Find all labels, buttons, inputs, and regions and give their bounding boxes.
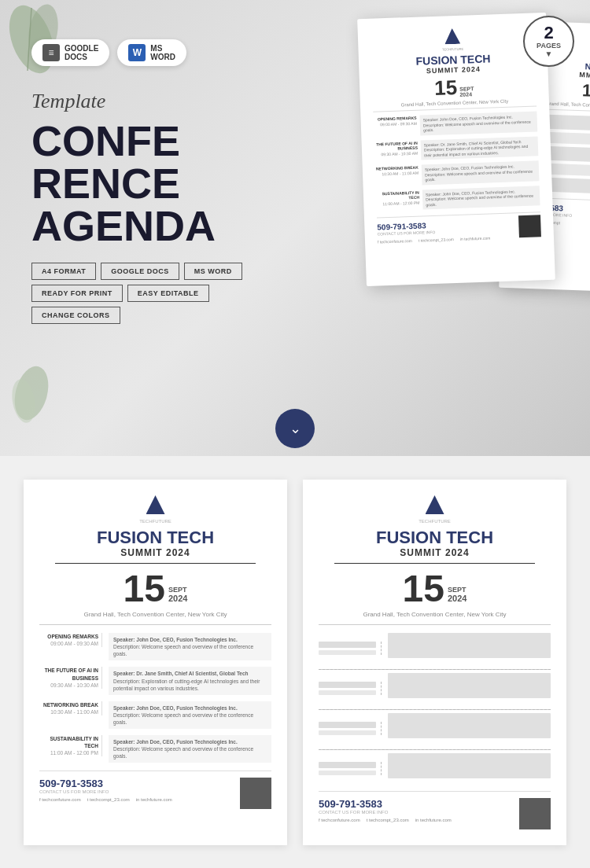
page1-social-tw: t techcompt_23.com [87,797,130,802]
page1-agenda-content-3: Speaker: John Doe, CEO, Fusion Technolog… [109,701,271,729]
page2-footer: 509-791-3583 CONTACT US FOR MORE INFO f … [319,791,551,829]
template-label: Template [31,90,252,113]
feature-colors: CHANGE COLORS [31,307,120,324]
page2-title-main: FUSION TECH [319,528,551,547]
page1-agenda-item-3: NETWORKING BREAK 10:30 AM - 11:00 AM Spe… [39,701,271,729]
page2-grey-row-3 [319,713,551,743]
page2-date-num: 15 [403,570,444,608]
word-badge-text: MS WORD [150,44,175,61]
docs-icon: ≡ [42,44,60,61]
doc1-social-1: f techconfuture.com [378,238,412,245]
page1-title-divider [55,563,256,564]
page2-social: f techconfuture.com t techcompt_23.com i… [319,818,452,822]
feature-editable: EASY EDITABLE [127,285,209,302]
doc1-agenda-content-2: Speaker: Dr. Jane Smith, Chief AI Scient… [421,136,539,160]
page2-grey-row-1 [319,633,551,663]
doc1-agenda-label-3: NETWORKING BREAK 10:30 AM - 11:00 AM [375,165,419,177]
page1-date-side: SEPT 2024 [168,586,187,608]
doc1-agenda-content-3: Speaker: John Doe, CEO, Fusion Technolog… [422,161,540,186]
doc1-agenda-label-2: THE FUTURE OF AI IN BUSINESS 09:30 AM - … [374,141,419,157]
page1-title-sub: SUMMIT 2024 [39,547,271,558]
page1-social-fb: f techconfuture.com [39,797,81,802]
leaf-bottom-left-decoration [8,362,55,425]
hero-title: CONFE RENCE AGENDA [31,120,252,247]
page2-contact-label: CONTACT US FOR MORE INFO [319,810,452,815]
feature-msword: MS WORD [184,263,242,280]
page1-location: Grand Hall, Tech Convention Center, New … [39,611,271,625]
page-card-2: TECHFUTURE FUSION TECH SUMMIT 2024 15 SE… [303,480,566,845]
doc1-qr-code [518,215,541,238]
pages-label: PAGES [537,42,561,50]
page1-date-num: 15 [124,570,165,608]
doc1-agenda-item-3: NETWORKING BREAK 10:30 AM - 11:00 AM Spe… [375,161,540,187]
feature-print: READY FOR PRINT [31,285,123,302]
page2-date-side: SEPT 2024 [448,586,466,608]
page1-agenda-item-1: OPENING REMARKS 09:00 AM - 09:30 AM Spea… [39,633,271,660]
hero-section: 2 PAGES ▼ ≡ GOODLE DOCS W MS WORD Templa… [0,0,590,456]
doc1-agenda-item-2: THE FUTURE OF AI IN BUSINESS 09:30 AM - … [374,136,539,162]
page2-grey-left-2 [319,682,382,695]
page2-location: Grand Hall, Tech Convention Center, New … [319,611,551,625]
page1-agenda: OPENING REMARKS 09:00 AM - 09:30 AM Spea… [39,633,271,763]
page1-agenda-label-3: NETWORKING BREAK 10:30 AM - 11:00 AM [39,701,102,715]
google-docs-badge: ≡ GOODLE DOCS [31,39,109,66]
page1-agenda-item-4: SUSTAINABILITY IN TECH 11:00 AM - 12:00 … [39,735,271,763]
page1-agenda-item-2: THE FUTURE OF AI IN BUSINESS 09:30 AM - … [39,667,271,694]
page2-social-tw: t techcompt_23.com [367,818,409,822]
doc1-footer: 509-791-3583 CONTACT US FOR MORE INFO f … [377,212,541,245]
page2-grey-row-4 [319,753,551,783]
page2-grey-row-2 [319,673,551,703]
page2-social-li: in techfuture.com [415,818,452,822]
page2-grey-left-4 [319,762,382,775]
page1-agenda-label-4: SUSTAINABILITY IN TECH 11:00 AM - 12:00 … [39,735,102,756]
page1-social-li: in techfuture.com [136,797,172,802]
page2-grey-content-2 [388,673,551,698]
page1-date-row: 15 SEPT 2024 [39,570,271,608]
pages-count: 2 [544,24,553,42]
page1-agenda-label-2: THE FUTURE OF AI IN BUSINESS 09:30 AM - … [39,667,102,688]
page2-date-row: 15 SEPT 2024 [319,570,551,608]
word-icon: W [128,44,146,61]
doc1-logo-icon [444,28,461,45]
page1-footer-left: 509-791-3583 CONTACT US FOR MORE INFO f … [39,778,172,802]
page2-grey-content-1 [388,633,551,658]
doc1-location: Grand Hall, Tech Convention Center, New … [373,98,537,112]
page1-phone: 509-791-3583 [39,778,172,789]
page1-footer: 509-791-3583 CONTACT US FOR MORE INFO f … [39,771,271,809]
scroll-down-button[interactable]: ⌄ [275,409,315,448]
doc1-agenda-label-1: OPENING REMARKS 09:00 AM - 09:30 AM [374,116,417,127]
page2-grey-content-4 [388,753,551,778]
doc1-agenda-item-1: OPENING REMARKS 09:00 AM - 09:30 AM Spea… [374,112,538,138]
page2-footer-left: 509-791-3583 CONTACT US FOR MORE INFO f … [319,798,452,822]
doc1-agenda-content-4: Speaker: John Doe, CEO, Fusion Technolog… [422,186,540,210]
document-cards-area: TECHFUTURE FUSION TECH SUMMIT 2024 15 SE… [260,16,590,440]
page1-social: f techconfuture.com t techcompt_23.com i… [39,797,172,802]
bottom-section: TECHFUTURE FUSION TECH SUMMIT 2024 15 SE… [0,456,590,868]
page-card-1: TECHFUTURE FUSION TECH SUMMIT 2024 15 SE… [24,480,287,845]
app-badges: ≡ GOODLE DOCS W MS WORD [31,39,252,66]
feature-a4: A4 FORMAT [31,263,96,280]
page2-grey-content-3 [388,713,551,738]
doc1-agenda-content-1: Speaker: John Doe, CEO, Fusion Technolog… [419,112,537,136]
pages-badge: 2 PAGES ▼ [523,16,574,67]
docs-badge-text: GOODLE DOCS [65,44,98,61]
page2-grey-left-1 [319,642,382,655]
page1-contact-label: CONTACT US FOR MORE INFO [39,789,172,794]
doc1-agenda-item-4: SUSTAINABILITY IN TECH 11:00 AM - 12:00 … [376,186,540,211]
page2-title-divider [334,563,535,564]
page2-divider-2 [319,709,551,710]
page1-qr-code [240,778,271,809]
page2-title-sub: SUMMIT 2024 [319,547,551,558]
doc1-social-2: t techcompt_23.com [419,237,454,244]
page2-qr-code [519,798,551,829]
doc1-agenda-label-4: SUSTAINABILITY IN TECH 11:00 AM - 12:00 … [376,190,420,207]
feature-gdocs: GOOGLE DOCS [101,263,179,280]
hero-left-panel: ≡ GOODLE DOCS W MS WORD Template CONFE R… [31,24,252,324]
page2-divider-3 [319,749,551,750]
page2-social-fb: f techconfuture.com [319,818,360,822]
page2-logo: TECHFUTURE [319,495,551,524]
page1-title-main: FUSION TECH [39,528,271,547]
doc1-date-num: 15 [434,77,458,98]
doc1-date-row: 15 SEPT 2024 [372,75,537,101]
page1-agenda-content-2: Speaker: Dr. Jane Smith, Chief AI Scient… [109,667,271,694]
